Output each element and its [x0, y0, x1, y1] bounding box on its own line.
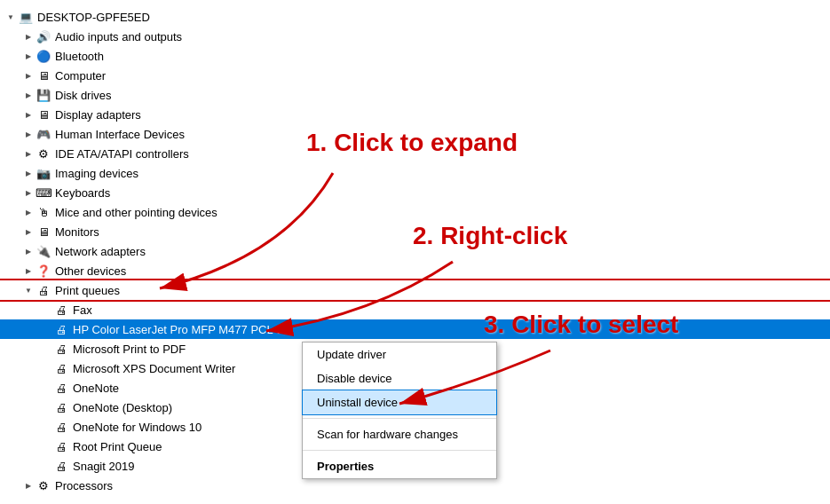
- label-fax: Fax: [73, 303, 92, 317]
- icon-hp: 🖨: [53, 322, 69, 336]
- label-computer: Computer: [55, 69, 106, 83]
- expand-btn-disk[interactable]: [21, 88, 36, 102]
- tree-item-keyboards[interactable]: ⌨Keyboards: [0, 183, 830, 202]
- tree-item-fax[interactable]: 🖨Fax: [0, 300, 830, 319]
- icon-processors: ⚙: [36, 478, 51, 492]
- expand-btn-mice[interactable]: [21, 205, 36, 219]
- label-network: Network adapters: [55, 245, 146, 258]
- icon-computer: 🖥: [36, 68, 51, 83]
- label-root: DESKTOP-GPFE5ED: [37, 11, 150, 24]
- tree-item-mice[interactable]: 🖱Mice and other pointing devices: [0, 202, 830, 222]
- expand-btn-printq[interactable]: [21, 283, 36, 297]
- tree-item-disk[interactable]: 💾Disk drives: [0, 85, 830, 105]
- icon-monitors: 🖥: [36, 224, 51, 239]
- tree-item-root[interactable]: 💻DESKTOP-GPFE5ED: [0, 7, 830, 27]
- tree-item-network[interactable]: 🔌Network adapters: [0, 241, 830, 261]
- tree-item-printq[interactable]: 🖨Print queues: [0, 280, 830, 300]
- icon-bluetooth: 🔵: [36, 49, 51, 63]
- expand-btn-computer[interactable]: [21, 68, 36, 83]
- icon-mspdf: 🖨: [53, 342, 69, 356]
- icon-disk: 💾: [36, 88, 51, 102]
- label-onenoted: OneNote (Desktop): [73, 401, 172, 414]
- context-menu-item-scan[interactable]: Scan for hardware changes: [303, 422, 496, 446]
- tree-item-computer[interactable]: 🖥Computer: [0, 66, 830, 85]
- icon-display: 🖥: [36, 107, 51, 122]
- icon-keyboards: ⌨: [36, 185, 51, 200]
- icon-other: ❓: [36, 264, 51, 278]
- expand-btn-keyboards[interactable]: [21, 185, 36, 200]
- expand-btn-ide[interactable]: [21, 146, 36, 161]
- label-bluetooth: Bluetooth: [55, 50, 104, 63]
- tree-item-hp[interactable]: 🖨HP Color LaserJet Pro MFP M477 PCL 6: [0, 319, 830, 339]
- expand-btn-bluetooth[interactable]: [21, 49, 36, 63]
- tree-item-imaging[interactable]: 📷Imaging devices: [0, 163, 830, 183]
- expand-btn-imaging[interactable]: [21, 166, 36, 180]
- icon-onenotew10: 🖨: [53, 420, 69, 434]
- label-imaging: Imaging devices: [55, 167, 138, 180]
- label-hid: Human Interface Devices: [55, 128, 185, 141]
- tree-item-monitors[interactable]: 🖥Monitors: [0, 222, 830, 241]
- label-other: Other devices: [55, 264, 126, 278]
- tree-item-display[interactable]: 🖥Display adapters: [0, 105, 830, 124]
- expand-btn-display[interactable]: [21, 107, 36, 122]
- icon-snagit: 🖨: [53, 459, 69, 473]
- icon-msxps: 🖨: [53, 361, 69, 375]
- label-display: Display adapters: [55, 108, 141, 122]
- icon-imaging: 📷: [36, 166, 51, 180]
- expand-btn-processors[interactable]: [21, 478, 36, 492]
- label-onenotew10: OneNote for Windows 10: [73, 421, 202, 434]
- context-menu: Update driverDisable deviceUninstall dev…: [302, 342, 497, 479]
- label-hp: HP Color LaserJet Pro MFP M477 PCL 6: [73, 323, 282, 336]
- tree-item-hid[interactable]: 🎮Human Interface Devices: [0, 124, 830, 144]
- expand-btn-monitors[interactable]: [21, 224, 36, 239]
- label-monitors: Monitors: [55, 225, 99, 239]
- icon-fax: 🖨: [53, 303, 69, 317]
- expand-btn-network[interactable]: [21, 244, 36, 258]
- icon-printq: 🖨: [36, 283, 51, 297]
- label-keyboards: Keyboards: [55, 186, 110, 200]
- label-onenote: OneNote: [73, 382, 119, 395]
- label-msxps: Microsoft XPS Document Writer: [73, 362, 235, 375]
- tree-item-bluetooth[interactable]: 🔵Bluetooth: [0, 46, 830, 66]
- icon-audio: 🔊: [36, 29, 51, 43]
- label-rootpq: Root Print Queue: [73, 440, 162, 453]
- label-printq: Print queues: [55, 284, 120, 297]
- label-audio: Audio inputs and outputs: [55, 30, 182, 43]
- label-mspdf: Microsoft Print to PDF: [73, 343, 186, 356]
- icon-network: 🔌: [36, 244, 51, 258]
- tree-item-other[interactable]: ❓Other devices: [0, 261, 830, 280]
- icon-hid: 🎮: [36, 127, 51, 141]
- context-menu-item-uninstall[interactable]: Uninstall device: [303, 390, 496, 414]
- label-snagit: Snagit 2019: [73, 460, 134, 473]
- label-mice: Mice and other pointing devices: [55, 206, 217, 219]
- context-menu-item-update[interactable]: Update driver: [303, 343, 496, 366]
- icon-onenoted: 🖨: [53, 400, 69, 414]
- icon-rootpq: 🖨: [53, 439, 69, 453]
- context-menu-item-disable[interactable]: Disable device: [303, 366, 496, 390]
- icon-root: 💻: [18, 10, 34, 24]
- tree-item-ide[interactable]: ⚙IDE ATA/ATAPI controllers: [0, 144, 830, 163]
- label-disk: Disk drives: [55, 89, 112, 102]
- label-ide: IDE ATA/ATAPI controllers: [55, 147, 189, 161]
- expand-btn-root[interactable]: [4, 10, 18, 24]
- context-menu-divider-3: [303, 418, 496, 419]
- expand-btn-audio[interactable]: [21, 29, 36, 43]
- context-menu-divider-props: [303, 450, 496, 451]
- context-menu-item-properties[interactable]: Properties: [303, 454, 496, 478]
- icon-mice: 🖱: [36, 205, 51, 219]
- icon-ide: ⚙: [36, 146, 51, 161]
- tree-item-audio[interactable]: 🔊Audio inputs and outputs: [0, 27, 830, 46]
- expand-btn-other[interactable]: [21, 264, 36, 278]
- expand-btn-hid[interactable]: [21, 127, 36, 141]
- icon-onenote: 🖨: [53, 381, 69, 395]
- label-processors: Processors: [55, 479, 113, 492]
